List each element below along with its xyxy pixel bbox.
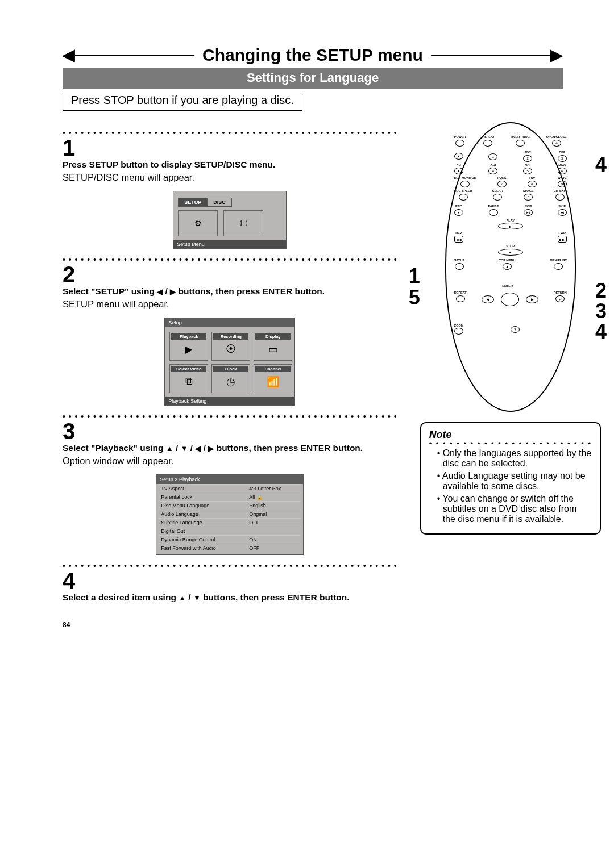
step-1-head: Press SETUP button to display SETUP/DISC… — [63, 159, 397, 171]
step-4-num: 4 — [63, 569, 397, 592]
dpad: ENTER ◀ ▶ — [482, 277, 538, 322]
key-0[interactable]: 0 — [524, 194, 533, 201]
remote-wrap: 4 1 5 2 3 4 POWER DISPLAY TIMER PROG. OP… — [420, 122, 601, 412]
rec-button[interactable]: ● — [454, 209, 463, 216]
step-1-num: 1 — [63, 136, 397, 159]
lbl-timer: TIMER PROG. — [510, 136, 530, 139]
screen-1-footer: Setup Menu — [173, 240, 286, 248]
pause-button[interactable]: ❙❙ — [489, 209, 498, 216]
recmon-button[interactable] — [460, 181, 470, 187]
intro-box: Press STOP button if you are playing a d… — [63, 91, 302, 111]
right-icon: ▶ — [208, 444, 214, 454]
key-2[interactable]: 2 — [523, 155, 532, 162]
ch-up[interactable]: ▲ — [454, 153, 463, 160]
lbl-open: OPEN/CLOSE — [546, 136, 567, 139]
step-1-text: SETUP/DISC menu will appear. — [63, 172, 397, 183]
tab-setup: SETUP — [178, 198, 208, 207]
zoom-button[interactable] — [454, 328, 463, 335]
lbl-power: POWER — [454, 136, 466, 139]
callout-4b: 4 — [595, 320, 607, 344]
menulist-button[interactable] — [554, 263, 563, 270]
note-item: You can change or switch off the subtitl… — [437, 494, 592, 524]
page-number: 84 — [63, 621, 563, 629]
key-7[interactable]: 7 — [497, 181, 507, 187]
step-2-num: 2 — [63, 263, 397, 286]
sep: • • • • • • • • • • • • • • • • • • • • … — [63, 564, 397, 568]
title-rule-left — [75, 55, 194, 56]
key-3[interactable]: 3 — [558, 155, 567, 162]
topmenu-button[interactable]: ▲ — [503, 263, 512, 270]
up-icon: ▲ — [179, 593, 186, 603]
sep: • • • • • • • • • • • • • • • • • • • • … — [63, 131, 397, 135]
steps-column: • • • • • • • • • • • • • • • • • • • • … — [63, 122, 397, 604]
power-button[interactable] — [455, 140, 464, 147]
key-5[interactable]: 5 — [523, 168, 532, 174]
ch-down[interactable]: ▼ — [454, 168, 463, 174]
left-icon: ◀ — [195, 444, 201, 454]
cell-playback: Playback▶ — [169, 332, 208, 361]
dpad-left[interactable]: ◀ — [482, 295, 494, 303]
screen-3: Setup > Playback TV Aspect4:3 Letter Box… — [156, 474, 304, 555]
setup-button[interactable] — [455, 263, 464, 270]
note-item: Audio Language setting may not be availa… — [437, 471, 592, 491]
return-button[interactable]: ↩ — [555, 295, 565, 302]
stop-button[interactable]: ■ — [498, 249, 523, 256]
fwd-button[interactable]: ▶▶ — [558, 236, 567, 243]
down-icon: ▼ — [193, 593, 201, 603]
step-2-head: Select "SETUP" using ◀ / ▶ buttons, then… — [63, 286, 397, 298]
cell-selectvideo: Select Video⧉ — [169, 364, 208, 393]
up-icon: ▲ — [166, 444, 173, 454]
callout-5: 5 — [409, 286, 420, 310]
note-sep: • • • • • • • • • • • • • • • • • • • • … — [429, 442, 592, 445]
screen-2-footer: Playback Setting — [165, 397, 294, 405]
key-1[interactable]: 1 — [488, 153, 497, 160]
step-4-head: Select a desired item using ▲ / ▼ button… — [63, 592, 397, 604]
display-button[interactable] — [483, 140, 492, 147]
setup-icon: ⚙ — [178, 210, 218, 236]
arrow-left-icon: ◀ — [63, 47, 75, 63]
clear-button[interactable] — [493, 194, 502, 201]
skip-next-button[interactable]: ⏭ — [558, 209, 567, 216]
key-6[interactable]: 6 — [558, 168, 567, 174]
repeat-button[interactable] — [456, 295, 465, 302]
note-header: Note — [429, 429, 592, 441]
right-icon: ▶ — [170, 287, 176, 297]
step-2-text: SETUP menu will appear. — [63, 299, 397, 310]
note-box: Note • • • • • • • • • • • • • • • • • •… — [420, 422, 601, 535]
recspeed-button[interactable] — [459, 194, 468, 201]
cell-display: Display▭ — [254, 332, 292, 361]
open-button[interactable]: ⏏ — [552, 140, 561, 147]
playback-table: TV Aspect4:3 Letter Box Parental LockAll… — [159, 484, 301, 552]
cell-recording: Recording⦿ — [211, 332, 250, 361]
cmskip-button[interactable] — [555, 194, 565, 201]
step-3-head: Select "Playback" using ▲ / ▼ / ◀ / ▶ bu… — [63, 443, 397, 454]
down-icon: ▼ — [181, 444, 188, 454]
right-column: 4 1 5 2 3 4 POWER DISPLAY TIMER PROG. OP… — [420, 122, 601, 535]
callout-1: 1 — [409, 264, 420, 288]
left-icon: ◀ — [157, 287, 163, 297]
sep: • • • • • • • • • • • • • • • • • • • • … — [63, 415, 397, 419]
step-3-num: 3 — [63, 420, 397, 443]
key-9[interactable]: 9 — [558, 181, 567, 187]
step-3-text: Option window will appear. — [63, 456, 397, 466]
screen-2-bar: Setup — [165, 318, 294, 327]
timer-button[interactable] — [516, 140, 525, 147]
enter-button[interactable] — [501, 293, 519, 306]
note-item: Only the languages supported by the disc… — [437, 448, 592, 469]
skip-prev-button[interactable]: ⏮ — [524, 209, 533, 216]
key-8[interactable]: 8 — [528, 181, 537, 187]
subtitle-bar: Settings for Language — [63, 68, 563, 89]
callout-4a: 4 — [595, 153, 607, 177]
rev-button[interactable]: ◀◀ — [454, 236, 463, 243]
key-4[interactable]: 4 — [488, 168, 497, 174]
disc-icon: 🎞 — [223, 210, 263, 236]
arrow-right-icon: ▶ — [550, 47, 563, 63]
title-row: ◀ Changing the SETUP menu ▶ — [63, 45, 563, 65]
screen-1: SETUPDISC ⚙ 🎞 Setup Menu — [173, 191, 287, 249]
title-rule-right — [431, 55, 550, 56]
dpad-right[interactable]: ▶ — [526, 295, 538, 303]
play-button[interactable]: ▶ — [498, 223, 523, 229]
tab-disc: DISC — [207, 198, 232, 207]
screen-3-bar: Setup > Playback — [156, 475, 303, 484]
dpad-down[interactable]: ▼ — [511, 326, 520, 333]
